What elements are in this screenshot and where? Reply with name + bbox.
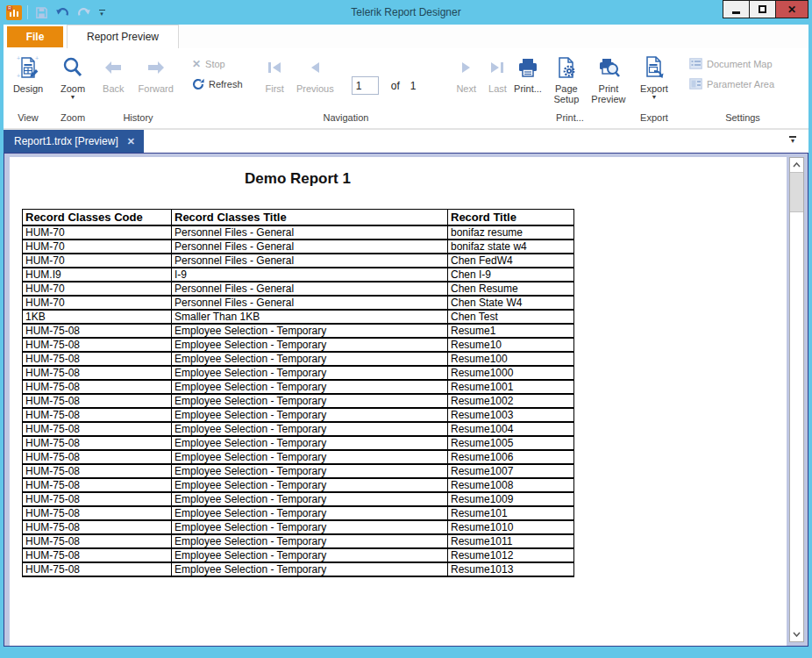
app-window: R [0, 0, 812, 658]
minimize-button[interactable] [723, 0, 750, 18]
page-total-label: 1 [410, 80, 417, 92]
export-icon [642, 54, 666, 81]
last-page-icon [489, 54, 505, 81]
document-tab-close-icon[interactable]: ✕ [127, 136, 135, 147]
ribbon-group-settings: Document Map Parameter Area [677, 48, 808, 128]
tab-report-preview[interactable]: Report Preview [67, 25, 179, 48]
stop-button[interactable]: ✕ Stop [192, 55, 243, 72]
table-cell: HUM-75-08 [23, 422, 172, 436]
next-page-button[interactable]: Next [451, 53, 481, 96]
print-preview-icon [597, 54, 620, 81]
table-cell: Resume1008 [448, 478, 574, 492]
maximize-button[interactable] [749, 0, 776, 18]
table-cell: Chen Resume [448, 282, 574, 296]
print-preview-button[interactable]: Print Preview [586, 53, 631, 106]
group-label-settings: Settings [677, 112, 808, 128]
table-row: HUM-75-08Employee Selection - TemporaryR… [23, 548, 574, 562]
table-row: HUM-70Personnel Files - Generalbonifaz s… [23, 240, 574, 254]
table-cell: Chen I-9 [448, 268, 574, 282]
table-cell: Employee Selection - Temporary [172, 352, 448, 366]
previous-page-button[interactable]: Previous [291, 53, 339, 96]
page-setup-icon [555, 54, 578, 81]
first-page-icon [267, 54, 282, 81]
stop-icon: ✕ [192, 58, 201, 70]
chevron-down-icon [793, 632, 801, 637]
group-label-navigation: Navigation [183, 112, 509, 128]
table-row: HUM-75-08Employee Selection - TemporaryR… [23, 534, 574, 548]
ribbon-group-navigation: ✕ Stop Refresh [183, 48, 509, 128]
print-button[interactable]: Print... [509, 53, 547, 96]
table-cell: I-9 [172, 268, 448, 282]
table-cell: Chen FedW4 [448, 254, 574, 268]
table-cell: Employee Selection - Temporary [172, 520, 448, 534]
scroll-up-button[interactable] [790, 158, 803, 172]
table-cell: HUM-75-08 [23, 478, 172, 492]
vertical-scrollbar[interactable] [789, 157, 804, 642]
back-arrow-icon [103, 54, 124, 81]
table-cell: Personnel Files - General [172, 282, 448, 296]
table-row: HUM-70Personnel Files - GeneralChen Stat… [23, 296, 574, 310]
table-row: HUM-75-08Employee Selection - TemporaryR… [23, 366, 574, 380]
table-cell: Employee Selection - Temporary [172, 478, 448, 492]
table-cell: HUM-75-08 [23, 492, 172, 506]
table-cell: HUM-75-08 [23, 436, 172, 450]
chevron-down-icon: ▼ [70, 95, 76, 100]
table-row: HUM-75-08Employee Selection - TemporaryR… [23, 408, 574, 422]
titlebar: R [0, 0, 812, 25]
report-preview-area: Demo Report 1 Record Classes Code Record… [4, 153, 808, 647]
table-cell: Smaller Than 1KB [172, 310, 448, 324]
table-cell: Employee Selection - Temporary [172, 366, 448, 380]
table-cell: HUM-75-08 [23, 408, 172, 422]
back-button[interactable]: Back [97, 53, 129, 96]
page-of-label: of [391, 80, 400, 92]
zoom-icon [61, 54, 84, 81]
table-row: HUM-70Personnel Files - Generalbonifaz r… [23, 225, 574, 240]
file-tab[interactable]: File [7, 26, 63, 47]
report-page: Demo Report 1 Record Classes Code Record… [10, 157, 787, 646]
ribbon: + + + Design [4, 48, 808, 130]
document-tab[interactable]: Report1.trdx [Preview] ✕ [4, 130, 144, 153]
zoom-button[interactable]: Zoom ▼ [55, 53, 90, 102]
first-page-button[interactable]: First [260, 53, 289, 96]
table-cell: Employee Selection - Temporary [172, 436, 448, 450]
document-map-button[interactable]: Document Map [689, 55, 774, 72]
parameter-area-button[interactable]: Parameter Area [689, 75, 774, 92]
table-cell: Employee Selection - Temporary [172, 324, 448, 338]
forward-button[interactable]: Forward [133, 53, 179, 96]
refresh-button[interactable]: Refresh [192, 75, 243, 92]
page-number-input[interactable] [352, 76, 379, 95]
table-row: HUM-75-08Employee Selection - TemporaryR… [23, 464, 574, 478]
group-label-history: History [93, 112, 183, 128]
table-cell: HUM-75-08 [23, 534, 172, 548]
table-cell: bonifaz resume [448, 225, 574, 240]
scroll-down-button[interactable] [790, 627, 803, 641]
table-cell: Resume1011 [448, 534, 574, 548]
table-cell: Resume1013 [448, 562, 574, 576]
scrollbar-thumb[interactable] [790, 172, 803, 212]
design-button[interactable]: + + + Design [8, 53, 48, 96]
table-row: HUM-75-08Employee Selection - TemporaryR… [23, 450, 574, 464]
design-icon: + + + [16, 54, 40, 81]
table-row: HUM-70Personnel Files - GeneralChen FedW… [23, 254, 574, 268]
last-page-button[interactable]: Last [483, 53, 512, 96]
table-row: HUM-75-08Employee Selection - TemporaryR… [23, 422, 574, 436]
table-cell: HUM-75-08 [23, 338, 172, 352]
close-button[interactable]: ✕ [775, 0, 808, 18]
table-cell: Personnel Files - General [172, 240, 448, 254]
table-cell: Employee Selection - Temporary [172, 506, 448, 520]
export-button[interactable]: Export ▼ [635, 53, 673, 102]
svg-text:+: + [35, 55, 39, 61]
maximize-icon [759, 5, 766, 13]
table-row: HUM-75-08Employee Selection - TemporaryR… [23, 380, 574, 394]
svg-text:+: + [17, 55, 20, 61]
table-cell: HUM-70 [23, 282, 172, 296]
page-setup-button[interactable]: Page Setup [547, 53, 586, 106]
table-cell: Resume1 [448, 324, 574, 338]
table-cell: HUM.I9 [23, 268, 172, 282]
tabstrip-menu-icon[interactable]: ▾ [789, 136, 796, 144]
document-map-icon [689, 58, 702, 69]
column-header: Record Classes Title [172, 210, 448, 226]
table-cell: Resume1004 [448, 422, 574, 436]
previous-page-icon [309, 54, 321, 81]
table-row: HUM.I9I-9Chen I-9 [23, 268, 574, 282]
